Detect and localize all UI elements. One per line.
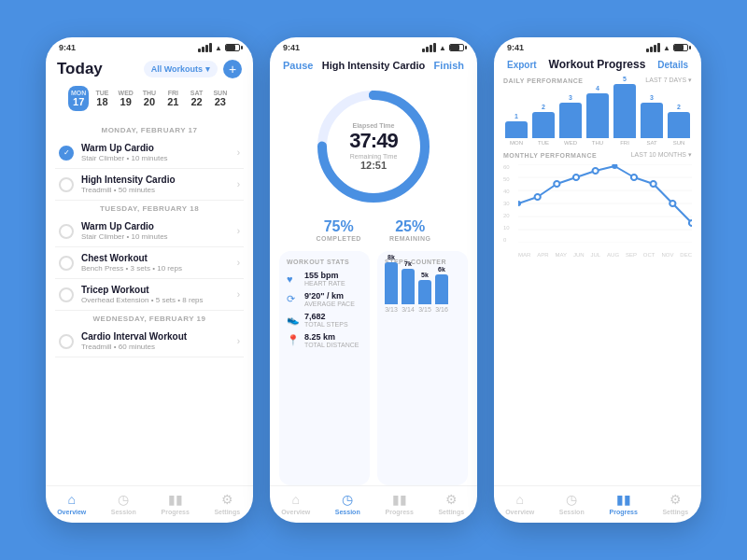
cal-day-tue[interactable]: TUE 18 (92, 86, 112, 111)
svg-point-14 (593, 168, 599, 174)
chevron-right-icon-5: › (237, 289, 240, 300)
today-title: Today (57, 60, 103, 78)
battery-right (673, 44, 688, 51)
nav-settings-left[interactable]: ⚙ Settings (202, 492, 254, 515)
finish-button[interactable]: Finish (434, 60, 464, 71)
stats-steps-row: WORKOUT STATS ♥ 155 bpm HEART RATE ⟳ 9'2… (270, 251, 477, 485)
mid-phone: 9:41 ▲ Pause High Intensity Cardio Finis… (270, 37, 477, 523)
nav-settings-right[interactable]: ⚙ Settings (650, 492, 702, 515)
nav-session-left[interactable]: ◷ Session (98, 492, 150, 515)
bottom-nav-mid: ⌂ Overview ◷ Session ▮▮ Progress ⚙ Setti… (270, 485, 477, 523)
status-icons-right: ▲ (646, 43, 688, 52)
svg-point-11 (535, 194, 541, 200)
cal-day-sun[interactable]: SUN 23 (210, 86, 231, 111)
export-button[interactable]: Export (507, 60, 537, 70)
pause-button[interactable]: Pause (283, 60, 313, 71)
workout-item-warmup-1[interactable]: Warm Up Cardio Stair Climber • 10 minute… (55, 137, 244, 169)
clock-icon: ◷ (118, 492, 129, 507)
add-workout-button[interactable]: + (223, 60, 242, 78)
home-icon: ⌂ (68, 492, 76, 507)
cal-day-thu[interactable]: THU 20 (139, 86, 160, 111)
workout-name-hiit-1: High Intensity Cardio (81, 175, 230, 185)
workout-sub-chest: Bench Press • 3 sets • 10 reps (81, 264, 230, 273)
chevron-down-icon: ▾ (205, 64, 210, 74)
battery-mid (449, 44, 464, 51)
wifi-icon-mid: ▲ (439, 44, 446, 52)
daily-chart-title: DAILY PERFORMANCE (503, 77, 584, 84)
daily-period-selector[interactable]: LAST 7 DAYS ▾ (645, 77, 692, 84)
workout-item-cardio-interval[interactable]: Cardio Interval Workout Treadmill • 60 m… (55, 326, 244, 357)
svg-point-2 (369, 91, 378, 100)
distance-label: TOTAL DISTANCE (304, 342, 359, 348)
pace-icon: ⟳ (287, 293, 300, 305)
workout-sub-warmup-1: Stair Climber • 10 minutes (81, 154, 230, 162)
timer-section: Elapsed Time 37:49 Remaining Time 12:51 (270, 78, 477, 218)
workout-check-cardio-interval (59, 334, 74, 349)
daily-chart: 1 MON 2 TUE 3 WED 4 THU 5 F (503, 90, 692, 146)
workout-item-warmup-2[interactable]: Warm Up Cardio Stair Climber • 10 minute… (55, 216, 244, 247)
status-icons-left: ▲ (198, 43, 240, 52)
nav-session-mid[interactable]: ◷ Session (322, 492, 374, 515)
workout-name-tricep: Tricep Workout (81, 285, 230, 295)
step-bar-4: 6k 3/16 (435, 266, 448, 313)
nav-overview-left[interactable]: ⌂ Overview (46, 492, 98, 515)
nav-progress-right[interactable]: ▮▮ Progress (598, 492, 650, 515)
daily-chart-section: DAILY PERFORMANCE LAST 7 DAYS ▾ 1 MON 2 … (494, 77, 701, 151)
completed-label: COMPLETED (316, 235, 360, 242)
status-bar-left: 9:41 ▲ (46, 37, 253, 54)
completed-pct: 75% (316, 218, 360, 235)
mid-header: Pause High Intensity Cardio Finish (270, 54, 477, 78)
remaining-time: 12:51 (349, 160, 397, 171)
bottom-nav-right: ⌂ Overview ◷ Session ▮▮ Progress ⚙ Setti… (494, 485, 701, 523)
daily-bar-wed: 3 WED (559, 94, 582, 146)
chevron-right-icon-3: › (237, 226, 240, 236)
status-bar-right: 9:41 ▲ (494, 37, 701, 54)
heart-rate-label: HEART RATE (304, 280, 345, 287)
monthly-chart: 60 50 40 30 20 10 0 (503, 164, 692, 258)
workout-item-hiit-1[interactable]: High Intensity Cardio Treadmill • 50 min… (55, 169, 244, 201)
daily-bar-fri: 5 FRI (613, 76, 636, 146)
left-phone: 9:41 ▲ Today All Workouts ▾ + (46, 37, 253, 523)
workout-name-warmup-2: Warm Up Cardio (81, 221, 230, 231)
nav-overview-right[interactable]: ⌂ Overview (494, 492, 546, 515)
workout-progress-title: Workout Progress (549, 58, 646, 71)
nav-session-right[interactable]: ◷ Session (546, 492, 599, 515)
nav-progress-left[interactable]: ▮▮ Progress (149, 492, 202, 515)
status-time-mid: 9:41 (283, 43, 300, 52)
chevron-right-icon-6: › (237, 336, 240, 346)
section-label-wed: WEDNESDAY, FEBRUARY 19 (55, 311, 244, 326)
bottom-nav-left: ⌂ Overview ◷ Session ▮▮ Progress ⚙ Setti… (46, 485, 253, 523)
section-label-mon: MONDAY, FEBRUARY 17 (55, 122, 244, 137)
x-axis-labels: MAR APR MAY JUN JUL AUG SEP OCT NOV DEC (518, 252, 692, 258)
daily-bar-mon: 1 MON (505, 113, 528, 146)
chart-icon-mid: ▮▮ (392, 492, 407, 507)
status-icons-mid: ▲ (422, 43, 464, 52)
svg-point-13 (573, 175, 579, 180)
gear-icon-right: ⚙ (669, 492, 682, 507)
cal-day-fri[interactable]: FRI 21 (162, 86, 183, 111)
cal-day-wed[interactable]: WED 19 (116, 86, 136, 111)
workout-item-tricep[interactable]: Tricep Workout Overhead Extension • 5 se… (55, 279, 244, 311)
distance-stat: 📍 8.25 km TOTAL DISTANCE (287, 332, 362, 348)
daily-bar-sun: 2 SUN (668, 104, 690, 146)
cal-day-sat[interactable]: SAT 22 (186, 86, 206, 111)
monthly-period-selector[interactable]: LAST 10 MONTHS ▾ (631, 151, 692, 159)
workout-name-cardio-interval: Cardio Interval Workout (81, 331, 230, 342)
workout-check-tricep (59, 287, 74, 302)
workout-check-chest (59, 256, 74, 271)
details-button[interactable]: Details (657, 60, 688, 70)
status-bar-mid: 9:41 ▲ (270, 37, 477, 54)
cal-day-mon[interactable]: MON 17 (68, 86, 89, 111)
gear-icon-mid: ⚙ (445, 492, 458, 507)
workout-sub-warmup-2: Stair Climber • 10 minutes (81, 232, 230, 241)
workout-item-chest[interactable]: Chest Workout Bench Press • 3 sets • 10 … (55, 247, 244, 279)
nav-settings-mid[interactable]: ⚙ Settings (426, 492, 478, 515)
workout-sub-cardio-interval: Treadmill • 60 minutes (81, 343, 230, 351)
battery-left (225, 44, 240, 51)
steps-icon: 👟 (287, 314, 300, 326)
nav-progress-mid[interactable]: ▮▮ Progress (374, 492, 426, 515)
stats-title: WORKOUT STATS (287, 259, 362, 265)
all-workouts-button[interactable]: All Workouts ▾ (144, 61, 218, 77)
status-time-left: 9:41 (59, 43, 76, 52)
nav-overview-mid[interactable]: ⌂ Overview (270, 492, 322, 515)
